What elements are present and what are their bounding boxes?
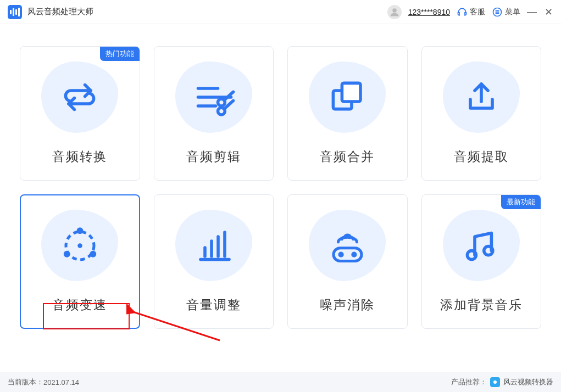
card-label: 音频合并 [320, 148, 375, 165]
svg-point-25 [340, 253, 342, 256]
card-audio-speed[interactable]: 音频变速 [20, 194, 140, 329]
volume-icon [192, 223, 236, 267]
svg-point-31 [493, 380, 497, 384]
menu-icon [492, 7, 503, 18]
card-label: 噪声消除 [320, 296, 375, 313]
headset-icon [457, 7, 468, 18]
user-phone[interactable]: 123****8910 [408, 8, 450, 16]
music-icon [459, 223, 503, 267]
svg-point-27 [467, 251, 476, 260]
card-add-bgm[interactable]: 最新功能 添加背景音乐 [421, 194, 542, 329]
titlebar: 风云音频处理大师 123****8910 客服 菜单 — ✕ [0, 0, 561, 24]
card-audio-merge[interactable]: 音频合并 [287, 46, 408, 181]
card-label: 音频变速 [52, 296, 107, 313]
merge-icon [325, 75, 369, 119]
app-logo [8, 5, 22, 19]
svg-point-26 [353, 253, 356, 256]
svg-point-15 [76, 227, 83, 234]
main-area: 热门功能 音频转换 音频剪辑 [0, 24, 561, 329]
badge-hot: 热门功能 [100, 47, 140, 61]
card-label: 音频剪辑 [186, 148, 241, 165]
card-label: 音频转换 [52, 148, 107, 165]
svg-point-28 [484, 247, 493, 255]
svg-rect-13 [342, 83, 361, 102]
support-label: 客服 [470, 7, 485, 17]
minimize-button[interactable]: — [527, 6, 537, 18]
app-title: 风云音频处理大师 [27, 7, 93, 17]
card-label: 音频提取 [454, 148, 509, 165]
noise-icon [324, 222, 371, 269]
card-noise-remove[interactable]: 噪声消除 [287, 194, 408, 329]
extract-icon [459, 75, 503, 119]
svg-point-17 [90, 250, 96, 257]
user-avatar-icon[interactable] [387, 5, 402, 19]
badge-new: 最新功能 [501, 195, 541, 209]
card-volume-adjust[interactable]: 音量调整 [154, 194, 274, 329]
cut-icon [190, 75, 237, 119]
card-audio-convert[interactable]: 热门功能 音频转换 [20, 46, 140, 181]
recommend-prefix: 产品推荐： [451, 377, 487, 387]
svg-point-0 [392, 8, 397, 13]
card-label: 添加背景音乐 [440, 296, 523, 313]
recommend-name[interactable]: 风云视频转换器 [503, 377, 553, 387]
version-prefix: 当前版本： [8, 377, 43, 387]
svg-point-16 [64, 250, 70, 257]
card-audio-extract[interactable]: 音频提取 [421, 46, 542, 181]
svg-rect-24 [334, 248, 362, 261]
card-label: 音量调整 [186, 296, 241, 313]
svg-point-18 [77, 243, 82, 248]
support-button[interactable]: 客服 [457, 7, 485, 18]
speed-icon [57, 222, 103, 269]
version-value: 2021.07.14 [43, 378, 79, 387]
menu-label: 菜单 [505, 7, 520, 17]
convert-icon [58, 75, 102, 119]
menu-button[interactable]: 菜单 [492, 7, 520, 18]
footer: 当前版本： 2021.07.14 产品推荐： 风云视频转换器 [0, 372, 561, 392]
card-audio-cut[interactable]: 音频剪辑 [154, 46, 274, 181]
close-button[interactable]: ✕ [543, 6, 553, 18]
recommend-icon [490, 377, 500, 387]
